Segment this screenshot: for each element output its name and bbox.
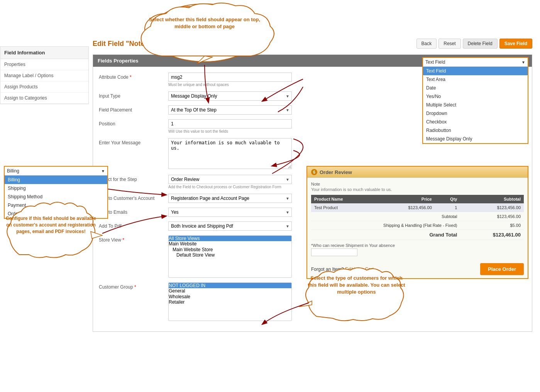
order-review-footer: Forgot an Item? Edit Your Cart Place Ord… bbox=[307, 260, 528, 278]
store-view-multiselect[interactable]: All Store Views Main Website Main Websit… bbox=[168, 235, 292, 278]
billing-option-billing[interactable]: Billing bbox=[5, 176, 107, 184]
type-option-radiobutton[interactable]: Radiobutton bbox=[423, 126, 528, 135]
required-star: * bbox=[130, 74, 132, 80]
forgot-item-text: Forgot an Item? Edit Your Cart bbox=[311, 267, 374, 272]
absence-input[interactable] bbox=[311, 248, 357, 256]
order-table: Product Name Price Qty Subtotal Test Pro… bbox=[311, 195, 524, 240]
step-select[interactable]: Order Review bbox=[168, 175, 292, 184]
product-price: $123,456.00 bbox=[378, 203, 435, 212]
col-product-name: Product Name bbox=[311, 195, 378, 203]
type-dropdown-panel: Text Field ▼ Text Field Text Area Date Y… bbox=[422, 57, 528, 144]
product-name: Test Product bbox=[311, 203, 378, 212]
sidebar-title: Field Information bbox=[0, 47, 88, 59]
customer-group-multiselect[interactable]: NOT LOGGED IN General Wholesale Retailer bbox=[168, 282, 292, 321]
billing-option-shipping-method[interactable]: Shipping Method bbox=[5, 193, 107, 201]
svg-point-9 bbox=[197, 6, 243, 31]
save-field-button[interactable]: Save Field bbox=[499, 39, 532, 49]
order-review-panel: 6 Order Review Note Your information is … bbox=[306, 166, 528, 279]
order-review-title: Order Review bbox=[320, 169, 352, 175]
page-header: Edit Field "Note" Back Reset Delete Fiel… bbox=[93, 39, 532, 49]
customer-account-label: Add to Customer's Account bbox=[99, 194, 168, 201]
message-label: Enter Your Message bbox=[99, 138, 168, 145]
type-option-textarea[interactable]: Text Area bbox=[423, 75, 528, 84]
billing-arrow-icon: ▼ bbox=[101, 169, 105, 173]
field-placement-label: Field Placement bbox=[99, 105, 168, 113]
billing-dropdown-panel: Billing ▼ Billing Shipping Shipping Meth… bbox=[4, 166, 108, 219]
grand-total-label: Grand Total bbox=[311, 230, 460, 240]
field-placement-select-wrap: At the Top Of the Step At the Middle Of … bbox=[168, 105, 292, 115]
type-option-messagedisplay[interactable]: Message Display Only bbox=[423, 135, 528, 143]
forgot-item-label: Forgot an Item? bbox=[311, 267, 344, 272]
reset-button[interactable]: Reset bbox=[438, 39, 460, 49]
type-option-textfield[interactable]: Text Field bbox=[423, 67, 528, 75]
product-subtotal: $123,456.00 bbox=[460, 203, 524, 212]
field-placement-select[interactable]: At the Top Of the Step At the Middle Of … bbox=[168, 105, 292, 115]
delete-field-button[interactable]: Delete Field bbox=[463, 39, 498, 49]
table-row: Test Product $123,456.00 1 $123,456.00 bbox=[311, 203, 524, 212]
svg-point-3 bbox=[166, 7, 212, 36]
header-buttons: Back Reset Delete Field Save Field bbox=[416, 39, 532, 49]
sidebar-item-assign-categories[interactable]: Assign to Categories bbox=[0, 93, 88, 104]
emails-select[interactable]: Yes No bbox=[168, 208, 292, 217]
step-select-label: Select for the Step bbox=[99, 175, 168, 182]
pdf-select[interactable]: Both Invoice and Shipping Pdf bbox=[168, 221, 292, 231]
grand-total-row: Grand Total $123,461.00 bbox=[311, 230, 524, 240]
type-option-checkbox[interactable]: Checkbox bbox=[423, 118, 528, 126]
absence-field bbox=[311, 248, 524, 256]
place-order-button[interactable]: Place Order bbox=[480, 263, 524, 275]
order-review-body: Note Your information is so much valuabl… bbox=[307, 178, 528, 260]
billing-option-payment[interactable]: Payment bbox=[5, 201, 107, 210]
subtotal-value: $123,456.00 bbox=[460, 212, 524, 221]
input-type-select[interactable]: Message Display Only bbox=[168, 91, 292, 101]
svg-point-8 bbox=[168, 8, 210, 34]
pdf-label: Add To Pdf bbox=[99, 221, 168, 229]
note-value: Your information is so much valuable to … bbox=[311, 187, 524, 192]
customer-group-field: NOT LOGGED IN General Wholesale Retailer bbox=[168, 282, 526, 321]
cg-option-retailer: Retailer bbox=[169, 299, 291, 305]
sidebar-item-properties[interactable]: Properties bbox=[0, 59, 88, 70]
page-wrapper: Field Information Properties Manage Labe… bbox=[0, 0, 540, 392]
pdf-select-wrap: Both Invoice and Shipping Pdf ▼ bbox=[168, 221, 292, 231]
top-callout-text: Select whether this field should appear … bbox=[145, 16, 264, 30]
subtotal-label: Subtotal bbox=[311, 212, 460, 221]
grand-total-value: $123,461.00 bbox=[460, 230, 524, 240]
type-option-dropdown[interactable]: Dropdown bbox=[423, 109, 528, 118]
shipping-value: $5.00 bbox=[460, 221, 524, 230]
position-input[interactable] bbox=[168, 119, 292, 128]
type-option-yesno[interactable]: Yes/No bbox=[423, 92, 528, 101]
attribute-code-input[interactable] bbox=[168, 73, 292, 82]
type-dropdown-list: Text Field Text Area Date Yes/No Multipl… bbox=[423, 67, 528, 143]
sidebar: Field Information Properties Manage Labe… bbox=[0, 46, 89, 104]
store-view-option-main-website-store: Main Website Store bbox=[169, 247, 291, 252]
customer-group-label: Customer Group * bbox=[99, 282, 168, 290]
cg-option-wholesale: Wholesale bbox=[169, 294, 291, 299]
attribute-code-label: Attribute Code * bbox=[99, 73, 168, 80]
billing-dropdown-list: Billing Shipping Shipping Method Payment… bbox=[5, 176, 107, 218]
type-dropdown-current: Text Field bbox=[425, 59, 521, 65]
absence-label: *Who can recieve Shipment in Your absenc… bbox=[311, 243, 524, 248]
billing-option-order-review[interactable]: Order Review bbox=[5, 210, 107, 218]
sidebar-item-manage-label[interactable]: Manage Label / Options bbox=[0, 70, 88, 81]
store-view-option-default: Default Store View bbox=[169, 252, 291, 258]
edit-cart-link[interactable]: Edit Your Cart bbox=[345, 267, 374, 272]
order-review-header: 6 Order Review bbox=[307, 167, 528, 178]
type-dropdown-arrow-icon: ▼ bbox=[521, 60, 525, 64]
billing-option-shipping[interactable]: Shipping bbox=[5, 184, 107, 193]
type-option-multiselect[interactable]: Multiple Select bbox=[423, 101, 528, 109]
billing-dropdown-current: Billing bbox=[7, 168, 101, 174]
input-type-label: Input Type bbox=[99, 91, 168, 99]
customer-account-select[interactable]: Registeration Page and Account Page bbox=[168, 194, 292, 203]
absence-section: *Who can recieve Shipment in Your absenc… bbox=[311, 243, 524, 256]
type-option-date[interactable]: Date bbox=[423, 84, 528, 92]
note-label: Note bbox=[311, 182, 524, 186]
cg-option-general: General bbox=[169, 288, 291, 294]
required-star: * bbox=[134, 284, 136, 290]
type-dropdown-header: Text Field ▼ bbox=[423, 58, 528, 67]
input-type-select-wrap: Message Display Only ▼ bbox=[168, 91, 292, 101]
customer-account-select-wrap: Registeration Page and Account Page ▼ bbox=[168, 194, 292, 203]
cg-option-not-logged: NOT LOGGED IN bbox=[169, 283, 291, 288]
store-view-option-main-website: Main Website bbox=[169, 241, 291, 247]
back-button[interactable]: Back bbox=[416, 39, 437, 49]
sidebar-item-assign-products[interactable]: Assign Products bbox=[0, 81, 88, 93]
message-textarea[interactable]: Your information is so much valuable to … bbox=[168, 138, 292, 169]
